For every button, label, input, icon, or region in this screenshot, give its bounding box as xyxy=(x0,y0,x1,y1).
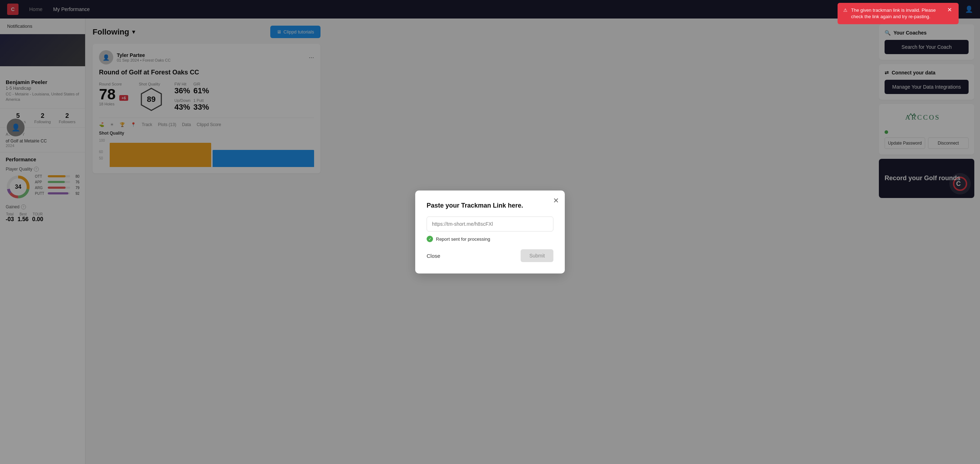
trackman-modal: ✕ Paste your Trackman Link here. ✓ Repor… xyxy=(415,191,565,273)
success-check-icon: ✓ xyxy=(426,236,433,242)
error-message: The given trackman link is invalid. Plea… xyxy=(851,7,944,20)
trackman-link-input[interactable] xyxy=(426,216,554,232)
toast-close-button[interactable]: ✕ xyxy=(947,7,953,13)
modal-footer: Close Submit xyxy=(426,249,554,262)
success-text: Report sent for processing xyxy=(436,237,490,242)
warning-icon: ⚠ xyxy=(843,7,848,14)
modal-title: Paste your Trackman Link here. xyxy=(426,202,554,210)
error-toast: ⚠ The given trackman link is invalid. Pl… xyxy=(838,3,959,24)
modal-overlay: ✕ Paste your Trackman Link here. ✓ Repor… xyxy=(0,0,980,464)
modal-close-button[interactable]: Close xyxy=(426,253,440,259)
modal-close-x-button[interactable]: ✕ xyxy=(553,196,559,205)
modal-submit-button[interactable]: Submit xyxy=(520,249,554,262)
modal-success-message: ✓ Report sent for processing xyxy=(426,236,554,242)
